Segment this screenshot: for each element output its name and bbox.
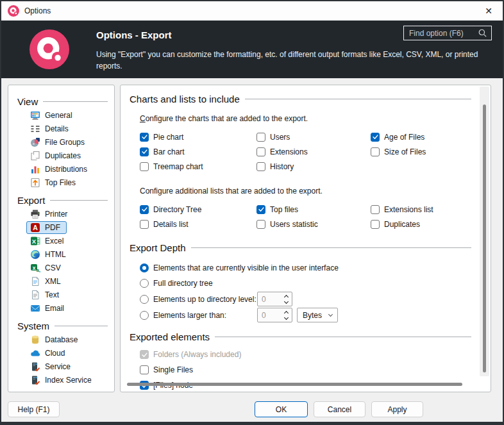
- radio-elements-that-are-currently-visible-in-the-user-interface[interactable]: Elements that are currently visible in t…: [140, 263, 339, 272]
- checkbox-label: Folders (Always included): [153, 350, 241, 359]
- sidebar-item-label: Distributions: [45, 165, 87, 174]
- apply-button[interactable]: Apply: [371, 401, 423, 417]
- vertical-scrollbar-thumb[interactable]: [483, 104, 486, 372]
- group-rule: [191, 247, 471, 248]
- close-button[interactable]: ✕: [480, 3, 498, 19]
- checkbox-box: [140, 220, 149, 229]
- sidebar-item-label: Duplicates: [45, 151, 81, 160]
- checkbox-label: Extensions list: [384, 205, 433, 214]
- checkbox-box: [140, 162, 149, 171]
- sidebar-item-label: Database: [45, 335, 78, 344]
- section-label: Export: [17, 195, 45, 206]
- sidebar-item-general[interactable]: General: [26, 109, 79, 122]
- cloud-icon: [30, 348, 40, 358]
- spinner-up-icon[interactable]: [284, 310, 289, 315]
- sidebar-item-top-files[interactable]: Top Files: [26, 176, 82, 189]
- group-export-depth: Export Depth: [130, 240, 471, 254]
- checkbox-history[interactable]: History: [256, 159, 371, 174]
- checkbox-single-files[interactable]: Single Files: [140, 365, 471, 374]
- group-title: Charts and lists to include: [130, 94, 240, 104]
- checkbox-size-of-files[interactable]: Size of Files: [371, 144, 471, 159]
- ok-button[interactable]: OK: [255, 401, 308, 417]
- spinner-down-icon[interactable]: [284, 299, 289, 303]
- dialog-header: Options - Export Using "Export" you can …: [1, 21, 503, 78]
- sidebar-item-cloud[interactable]: Cloud: [26, 347, 71, 360]
- radio-label-text: Elements that are currently visible in t…: [153, 263, 339, 272]
- checkbox-label: History: [270, 162, 294, 171]
- checkbox-extensions[interactable]: Extensions: [256, 144, 371, 159]
- sidebar-item-excel[interactable]: XExcel: [26, 235, 70, 247]
- spinner-down-icon[interactable]: [284, 315, 289, 319]
- excel-icon: X: [30, 236, 40, 246]
- export-depth-row: Elements larger than:0Bytes: [140, 307, 471, 323]
- sidebar-item-database[interactable]: Database: [26, 333, 84, 346]
- checkbox-box: [256, 162, 265, 171]
- sidebar-item-distributions[interactable]: Distributions: [26, 163, 94, 176]
- radio-dot: [140, 279, 149, 288]
- radio-label-text: Elements up to directory level:: [153, 295, 256, 304]
- checkbox-age-of-files[interactable]: Age of Files: [371, 129, 471, 144]
- text-document-icon: [30, 290, 40, 300]
- sidebar-item-duplicates[interactable]: Duplicates: [26, 149, 87, 162]
- spinner-elements-larger-than[interactable]: 0: [257, 308, 292, 322]
- sidebar-item-html[interactable]: HTML: [26, 248, 72, 261]
- checkbox-label: Size of Files: [384, 147, 426, 156]
- vertical-scrollbar[interactable]: [480, 87, 489, 376]
- bar-chart-icon: [30, 164, 40, 174]
- sidebar-item-service[interactable]: Service: [26, 360, 77, 373]
- checkbox-box: [256, 147, 265, 156]
- checkbox-box: [140, 365, 149, 374]
- find-option-input[interactable]: [404, 29, 478, 38]
- main-settings-panel: Charts and lists to include Configure th…: [120, 85, 491, 392]
- spinner-elements-up-to-directory-level[interactable]: 0: [257, 292, 292, 306]
- sidebar-item-text[interactable]: Text: [26, 288, 65, 301]
- checkbox-top-files[interactable]: Top files: [256, 202, 371, 217]
- dialog-body: ViewGeneralDetailsFile GroupsDuplicatesD…: [1, 78, 503, 396]
- help-button[interactable]: Help (F1): [8, 401, 60, 417]
- checkbox-details-list[interactable]: Details list: [140, 217, 256, 231]
- spinner-value: 0: [258, 311, 285, 320]
- sidebar-item-details[interactable]: Details: [26, 122, 75, 135]
- sidebar-item-printer[interactable]: Printer: [26, 208, 74, 221]
- checkbox-pie-chart[interactable]: Pie chart: [140, 129, 256, 144]
- monitor-icon: [30, 110, 40, 121]
- sidebar-section-view: View: [8, 94, 114, 109]
- checkbox-label: Directory Tree: [153, 205, 201, 214]
- sidebar-item-csv[interactable]: xa,CSV: [26, 262, 67, 274]
- checkbox-box: [140, 350, 149, 359]
- cancel-button[interactable]: Cancel: [314, 401, 365, 417]
- unit-select[interactable]: Bytes: [297, 308, 338, 322]
- sidebar-item-label: File Groups: [45, 138, 85, 147]
- csv-icon: xa,: [30, 263, 40, 273]
- horizontal-scrollbar-thumb[interactable]: [127, 383, 462, 386]
- top-files-arrow-icon: [30, 178, 40, 188]
- radio-elements-larger-than[interactable]: Elements larger than:: [140, 311, 257, 320]
- checkbox-directory-tree[interactable]: Directory Tree: [140, 202, 256, 217]
- checkbox-users-statistic[interactable]: Users statistic: [256, 217, 371, 231]
- spinner-up-icon[interactable]: [284, 294, 289, 299]
- sidebar-item-pdf[interactable]: APDF: [26, 221, 67, 234]
- sidebar-item-xml[interactable]: XML: [26, 275, 67, 288]
- page-description: Using "Export" you can customize the for…: [96, 49, 489, 72]
- sidebar-item-email[interactable]: Email: [26, 302, 71, 315]
- horizontal-scrollbar[interactable]: [127, 383, 473, 386]
- treesize-logo-icon: [29, 29, 69, 69]
- sidebar-item-label: Cloud: [45, 349, 65, 358]
- checkbox-treemap-chart[interactable]: Treemap chart: [140, 159, 256, 174]
- checkbox-box: [371, 133, 380, 142]
- checkbox-box: [371, 147, 380, 156]
- radio-elements-up-to-directory-level[interactable]: Elements up to directory level:: [140, 295, 257, 304]
- checkbox-duplicates[interactable]: Duplicates: [371, 217, 471, 231]
- checkbox-users[interactable]: Users: [256, 129, 371, 144]
- sidebar-item-label: Details: [45, 124, 69, 133]
- checkbox-bar-chart[interactable]: Bar chart: [140, 144, 256, 159]
- sidebar-item-file-groups[interactable]: File Groups: [26, 136, 91, 149]
- radio-full-directory-tree[interactable]: Full directory tree: [140, 279, 257, 288]
- section-label: System: [17, 321, 49, 331]
- email-envelope-icon: [30, 303, 40, 313]
- checkbox-extensions-list[interactable]: Extensions list: [371, 202, 471, 217]
- sidebar-item-index-service[interactable]: Index Service: [26, 374, 98, 387]
- find-option-box: [403, 26, 492, 40]
- checkbox-label: Duplicates: [384, 220, 420, 229]
- checkbox-label: Extensions: [270, 147, 308, 156]
